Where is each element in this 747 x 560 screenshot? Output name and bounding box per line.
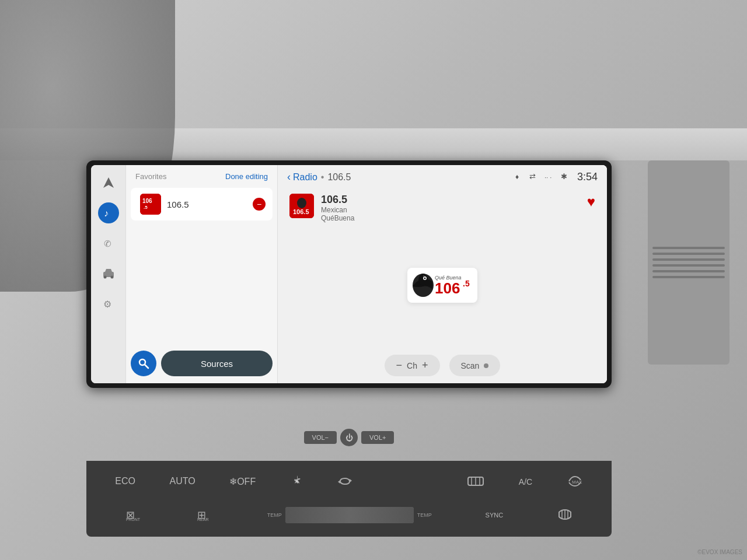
vol-minus-button[interactable]: VOL− (304, 431, 337, 444)
temp-slider[interactable] (285, 507, 414, 523)
temp-controls: TEMP TEMP (267, 507, 432, 523)
sidebar-nav-icon[interactable] (98, 172, 119, 193)
svg-text:⚙: ⚙ (103, 299, 111, 309)
climate-top-row: ECO AUTO ❄OFF (98, 474, 600, 489)
favorites-panel: Favorites Done editing 106 .5 (126, 165, 278, 383)
search-button[interactable] (131, 351, 156, 376)
bluetooth-icon: ✱ (561, 172, 568, 183)
right-vent (648, 160, 729, 365)
ch-label: Ch (407, 361, 417, 370)
svg-rect-8 (140, 194, 161, 215)
svg-marker-4 (105, 269, 112, 272)
time-display: 3:54 (577, 171, 598, 183)
svg-text:♦: ♦ (515, 173, 519, 181)
station-frequency: 106.5 (321, 194, 354, 206)
signal-icon: ♦ (515, 172, 525, 183)
vol-power-row: VOL− ⏻ VOL+ (86, 429, 612, 446)
svg-text:FRONT: FRONT (126, 517, 141, 521)
svg-point-29 (296, 480, 298, 482)
station-text-block: 106.5 Mexican QuéBuena (321, 194, 354, 222)
svg-text:·· ·: ·· · (544, 174, 551, 180)
station-logo-main: 106.5 (289, 194, 314, 218)
station-info-row: 106.5 106.5 Mexican QuéBuena ♥ (278, 189, 607, 222)
ch-minus-button[interactable]: − (396, 359, 403, 372)
favorites-title: Favorites (135, 172, 166, 181)
sidebar-settings-icon[interactable]: ⚙ (98, 293, 119, 314)
svg-text:♪: ♪ (104, 208, 109, 218)
favorite-heart-button[interactable]: ♥ (587, 194, 595, 210)
sidebar: ♪ ✆ ⚙ (91, 165, 126, 383)
max-ac-button[interactable]: MAX (567, 475, 583, 488)
frequency-display: 106.5 (327, 172, 351, 183)
svg-point-6 (110, 276, 113, 279)
rear-defrost-button[interactable]: ⊞ REAR (196, 508, 214, 522)
recirculate-button[interactable] (338, 477, 352, 487)
svg-text:✆: ✆ (104, 239, 111, 249)
favorites-header: Favorites Done editing (126, 165, 277, 186)
power-button[interactable]: ⏻ (340, 429, 358, 446)
svg-point-5 (103, 276, 106, 279)
favorites-bottom-controls: Sources (126, 344, 277, 383)
ac-off-button[interactable]: ❄OFF (229, 476, 256, 488)
scan-dot (484, 363, 488, 368)
sidebar-music-icon[interactable]: ♪ (98, 202, 119, 223)
vol-plus-button[interactable]: VOL+ (361, 431, 394, 444)
separator: • (321, 172, 324, 183)
sync-button[interactable]: SYNC (486, 512, 504, 519)
channel-control: − Ch + (385, 355, 440, 376)
svg-text:.5: .5 (144, 205, 148, 210)
climate-bottom-row: ⊠ FRONT ⊞ REAR TEMP TEMP SYNC (98, 507, 600, 523)
ac-button[interactable]: A/C (519, 477, 532, 487)
main-panel: ‹ Radio • 106.5 ♦ ⇄ (278, 165, 607, 383)
station-genre: Mexican (321, 206, 354, 214)
station-name: 106.5 (167, 200, 189, 209)
scan-button[interactable]: Scan (449, 355, 501, 376)
svg-text:.5: .5 (463, 279, 470, 288)
svg-text:REAR: REAR (197, 517, 208, 521)
top-bar: ‹ Radio • 106.5 ♦ ⇄ (278, 165, 607, 189)
status-icons: ♦ ⇄ ·· · ✱ (515, 171, 598, 183)
done-editing-button[interactable]: Done editing (225, 172, 268, 181)
station-logo-small: 106 .5 (140, 194, 161, 215)
back-button[interactable]: ‹ (287, 171, 291, 183)
scan-label: Scan (461, 361, 480, 370)
svg-marker-0 (103, 177, 114, 188)
ch-plus-button[interactable]: + (422, 359, 428, 372)
svg-text:MAX: MAX (572, 480, 582, 485)
wifi-icon: ·· · (544, 172, 556, 182)
rear-defrost-icon (467, 475, 484, 488)
station-callsign: QuéBuena (321, 214, 354, 222)
eco-button[interactable]: ECO (115, 476, 135, 488)
station-list-item[interactable]: 106 .5 106.5 − (131, 188, 273, 220)
svg-marker-31 (338, 480, 340, 484)
sidebar-car-icon[interactable] (98, 263, 119, 284)
bottom-controls: − Ch + Scan (278, 348, 607, 383)
svg-text:⇄: ⇄ (529, 172, 536, 181)
fan-button[interactable] (290, 474, 304, 489)
sources-button[interactable]: Sources (161, 351, 273, 376)
infotainment-screen: ♪ ✆ ⚙ (91, 165, 607, 383)
temp-right-label: TEMP (417, 512, 432, 518)
auto-button[interactable]: AUTO (169, 476, 195, 488)
svg-text:✱: ✱ (561, 172, 567, 181)
svg-line-12 (145, 365, 148, 368)
sidebar-phone-icon[interactable]: ✆ (98, 233, 119, 254)
data-icon: ⇄ (529, 172, 540, 183)
svg-text:106: 106 (142, 198, 152, 204)
watermark: ©EVOX IMAGES (697, 549, 742, 555)
svg-point-25 (424, 278, 426, 279)
screen-housing: ♪ ✆ ⚙ (86, 160, 612, 388)
temp-left-label: TEMP (267, 512, 282, 518)
svg-text:106.5: 106.5 (293, 208, 309, 215)
front-defrost-button[interactable]: ⊠ FRONT (125, 508, 142, 522)
climate-controls: ECO AUTO ❄OFF (86, 461, 612, 537)
big-logo-area: Qué Buena 106 .5 (278, 222, 607, 348)
radio-title: Radio (293, 172, 317, 183)
rear-defrost2-button[interactable] (557, 509, 573, 522)
remove-station-button[interactable]: − (253, 198, 266, 211)
svg-text:106: 106 (435, 279, 460, 297)
station-logo-large: Qué Buena 106 .5 (407, 268, 477, 303)
